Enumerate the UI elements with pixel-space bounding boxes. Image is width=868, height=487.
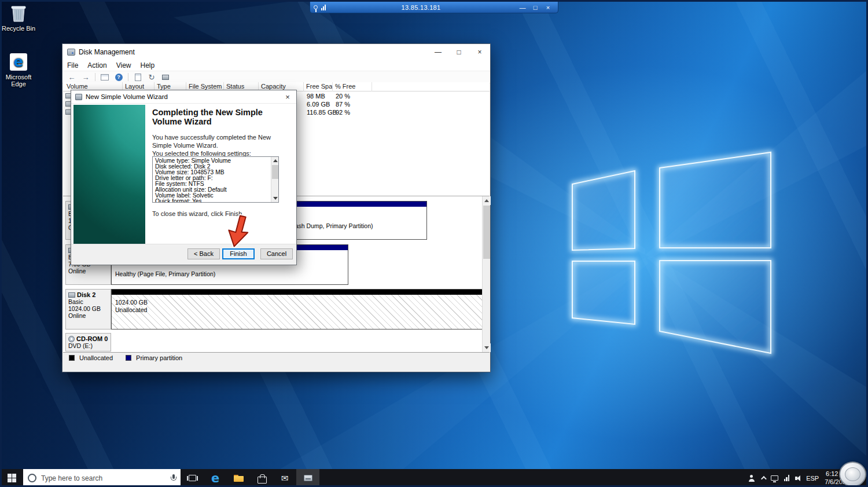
wizard-close-button[interactable]: ×: [279, 90, 296, 103]
back-icon[interactable]: ←: [66, 72, 78, 82]
toolbar: ← → ? ↻: [62, 71, 490, 83]
disk2-unallocated-region[interactable]: 1024.00 GB Unallocated: [111, 289, 483, 329]
speaker-icon[interactable]: [795, 475, 800, 481]
taskbar-disk-management-button[interactable]: [296, 469, 319, 487]
rdp-connection-bar[interactable]: 13.85.13.181 — □ ×: [310, 2, 558, 13]
pct-free-value: 87 %: [336, 100, 350, 108]
minimize-button[interactable]: —: [428, 44, 448, 60]
free-space-value: 98 MB: [307, 92, 325, 100]
disk-management-titlebar[interactable]: Disk Management — □ ×: [62, 44, 490, 60]
menu-file[interactable]: File: [62, 60, 83, 71]
language-indicator[interactable]: ESP: [806, 475, 819, 482]
vertical-scrollbar[interactable]: [482, 196, 490, 352]
disk-icon: [304, 475, 312, 481]
microphone-icon[interactable]: [171, 474, 176, 482]
legend-primary-swatch: [126, 355, 131, 361]
scrollbar-thumb[interactable]: [483, 206, 490, 259]
taskbar-search[interactable]: [23, 469, 181, 487]
red-arrow-annotation: [225, 214, 255, 250]
cancel-button[interactable]: Cancel: [260, 248, 293, 259]
unallocated-size: 1024.00 GB: [115, 299, 148, 306]
scroll-up-button[interactable]: [483, 196, 491, 205]
wizard-icon: [75, 94, 82, 100]
close-button[interactable]: ×: [469, 44, 490, 60]
refresh-icon[interactable]: ↻: [146, 72, 157, 82]
cdrom-label[interactable]: CD-ROM 0 DVD (E:): [65, 333, 111, 351]
people-icon[interactable]: [748, 475, 755, 482]
wizard-sidebar-graphic: [73, 105, 145, 245]
edge-icon: e: [211, 471, 219, 485]
desktop-screen: Recycle Bin e Microsoft Edge 13.85.13.18…: [0, 0, 868, 487]
pct-free-value: 20 %: [336, 92, 350, 100]
mail-icon: ✉: [281, 473, 289, 484]
search-input[interactable]: [41, 474, 166, 482]
column-free-space[interactable]: Free Spa...: [304, 82, 333, 91]
taskbar-explorer-button[interactable]: [227, 469, 250, 487]
desktop-icon-label: Recycle Bin: [0, 25, 37, 32]
rdp-address: 13.85.13.181: [326, 4, 516, 11]
menu-help[interactable]: Help: [136, 60, 160, 71]
start-button[interactable]: [0, 469, 23, 487]
task-view-icon: [187, 475, 198, 481]
menu-view[interactable]: View: [112, 60, 136, 71]
free-space-value: 6.09 GB: [307, 100, 330, 108]
folder-icon: [234, 475, 244, 482]
wizard-success-text: You have successfully completed the New …: [152, 133, 290, 149]
settings-scroll-up[interactable]: [271, 157, 279, 164]
network-icon[interactable]: [771, 475, 778, 481]
desktop-icon-edge[interactable]: e Microsoft Edge: [0, 52, 37, 87]
legend-primary-label: Primary partition: [136, 354, 182, 361]
toolbar-separator: [128, 73, 128, 81]
settings-scroll-down[interactable]: [271, 195, 279, 202]
new-simple-volume-wizard: New Simple Volume Wizard × Completing th…: [71, 90, 297, 265]
recycle-bin-icon: [0, 3, 37, 23]
wizard-title: New Simple Volume Wizard: [86, 93, 168, 100]
settings-scroll-thumb[interactable]: [272, 165, 278, 179]
legend: Unallocated Primary partition: [63, 352, 490, 362]
settings-lines: Volume type: Simple Volume Disk selected…: [155, 158, 270, 203]
rdp-close-button[interactable]: ×: [542, 2, 554, 13]
desktop-icon-label: Microsoft Edge: [0, 74, 37, 87]
rdp-restore-button[interactable]: □: [529, 2, 542, 13]
disk2-label[interactable]: Disk 2 Basic 1024.00 GB Online: [65, 289, 111, 329]
desktop-icon-recycle-bin[interactable]: Recycle Bin: [0, 3, 37, 32]
help-icon[interactable]: ?: [113, 72, 124, 82]
disk-management-icon: [67, 49, 75, 56]
back-button[interactable]: < Back: [187, 248, 220, 259]
forward-icon[interactable]: →: [80, 72, 91, 82]
wizard-titlebar[interactable]: New Simple Volume Wizard ×: [71, 90, 296, 104]
connection-quality-icon: [321, 5, 326, 10]
signal-icon[interactable]: [784, 475, 790, 481]
toolbar-separator: [95, 73, 95, 81]
taskbar-store-button[interactable]: [250, 469, 273, 487]
maximize-button[interactable]: □: [448, 44, 469, 60]
cortana-icon[interactable]: [28, 474, 36, 482]
taskbar-mail-button[interactable]: ✉: [273, 469, 296, 487]
legend-unallocated-label: Unallocated: [79, 354, 113, 361]
wizard-close-hint: To close this wizard, click Finish.: [152, 210, 290, 218]
settings-scrollbar[interactable]: [271, 157, 278, 202]
store-bag-icon: [258, 474, 266, 482]
taskbar: e ✉ ESP 6:12 PM 7/6/2020: [0, 469, 868, 487]
window-title: Disk Management: [79, 48, 135, 56]
unallocated-label: Unallocated: [115, 306, 147, 313]
edge-icon: e: [10, 53, 27, 71]
pin-icon[interactable]: [314, 5, 318, 9]
disk-icon: [68, 292, 75, 298]
console-tree-icon[interactable]: [99, 72, 111, 82]
partition-status: Healthy (Page File, Primary Partition): [115, 270, 215, 277]
disk-view-icon[interactable]: [160, 72, 171, 82]
taskbar-edge-button[interactable]: e: [204, 469, 227, 487]
legend-unallocated-swatch: [69, 355, 75, 361]
scroll-down-button[interactable]: [483, 343, 491, 352]
task-view-button[interactable]: [181, 469, 204, 487]
menu-action[interactable]: Action: [83, 60, 111, 71]
free-space-value: 116.85 GB: [307, 108, 337, 116]
wizard-heading: Completing the New Simple Volume Wizard: [152, 108, 277, 126]
column-pct-free[interactable]: % Free: [333, 82, 372, 91]
settings-summary-box[interactable]: Volume type: Simple Volume Disk selected…: [152, 156, 279, 203]
rdp-minimize-button[interactable]: —: [516, 2, 529, 13]
chevron-up-icon[interactable]: [761, 476, 765, 480]
menu-bar: File Action View Help: [62, 60, 490, 71]
properties-icon[interactable]: [132, 72, 144, 82]
